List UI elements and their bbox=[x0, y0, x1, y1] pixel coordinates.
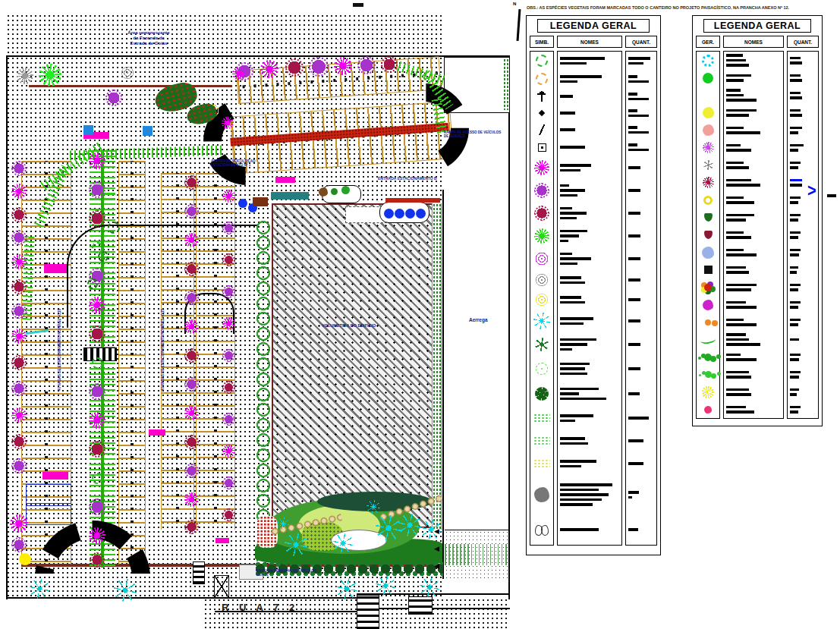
aster-symbol bbox=[703, 160, 713, 170]
service-yard bbox=[445, 530, 508, 579]
fuzzy-symbol bbox=[222, 508, 235, 521]
left-arrow-icon: ◀ bbox=[434, 528, 439, 535]
redacted-text-bar bbox=[628, 343, 640, 346]
redacted-text-bar bbox=[628, 80, 649, 83]
crosswalk-4 bbox=[193, 561, 205, 584]
legend-name-cell bbox=[558, 514, 621, 545]
redacted-text-bar bbox=[628, 149, 649, 152]
blob-symbol bbox=[704, 406, 712, 414]
legend-name-cell bbox=[558, 179, 621, 202]
redacted-text-bar bbox=[726, 406, 746, 409]
redacted-text-bar bbox=[726, 319, 744, 322]
street-line-4 bbox=[363, 608, 510, 609]
legend-name-cell bbox=[558, 290, 621, 310]
marker-bar bbox=[253, 197, 268, 206]
redacted-text-bar bbox=[628, 278, 640, 281]
redacted-text-bar bbox=[560, 528, 599, 531]
disc-symbol bbox=[238, 199, 247, 208]
fuzzy-symbol bbox=[222, 253, 235, 266]
redacted-text-bar bbox=[790, 410, 798, 414]
star-symbol bbox=[222, 117, 234, 129]
redacted-text-bar bbox=[790, 236, 798, 239]
redacted-text-bar bbox=[628, 417, 649, 420]
star-symbol bbox=[11, 184, 27, 199]
legend-name-cell bbox=[724, 296, 783, 313]
redacted-text-bar bbox=[560, 95, 573, 98]
marker-bar bbox=[827, 194, 836, 197]
legend-symbol-cell bbox=[530, 407, 553, 429]
star-symbol bbox=[184, 233, 199, 247]
redacted-text-bar bbox=[726, 354, 741, 357]
cad-viewport: ◀◀◀ Área remanescente da Fazenda da Estr… bbox=[0, 0, 840, 629]
annotation: VOLUMETRIA DO EDIFÍCIO bbox=[322, 323, 398, 329]
marker-bar bbox=[149, 429, 165, 436]
redacted-text-bar bbox=[628, 93, 637, 96]
spiral-symbol bbox=[535, 252, 549, 266]
disc-symbol bbox=[384, 209, 394, 219]
legend-quant-cell bbox=[626, 121, 656, 138]
legend-name-cell bbox=[724, 348, 783, 366]
legend-quant-cell bbox=[626, 202, 656, 225]
crosswalk-3 bbox=[408, 596, 433, 615]
redacted-text-bar bbox=[560, 414, 593, 417]
redacted-text-bar bbox=[560, 348, 572, 351]
legend-quant-cell bbox=[626, 138, 656, 156]
col-header-nomes: NOMES bbox=[557, 36, 622, 48]
redacted-text-bar bbox=[726, 371, 749, 374]
redacted-text-bar bbox=[560, 257, 591, 260]
redacted-text-bar bbox=[560, 207, 572, 210]
legend-symbol-cell bbox=[697, 191, 719, 209]
spiral-symbol bbox=[121, 67, 134, 79]
legend-quant-cell bbox=[788, 331, 818, 348]
legend-quant-cell bbox=[788, 156, 818, 174]
legend-symbol-cell bbox=[530, 156, 553, 179]
col-header-nomes: NOMES bbox=[723, 36, 784, 48]
redacted-text-bar bbox=[726, 197, 744, 200]
redacted-text-bar bbox=[726, 89, 741, 92]
legend-name-cell bbox=[558, 70, 621, 88]
legend-symbol-cell bbox=[697, 261, 719, 278]
redacted-text-bar bbox=[560, 212, 587, 215]
fuzzy-symbol bbox=[89, 210, 105, 227]
legend-quant-cell bbox=[626, 179, 656, 202]
legend-symbol-cell bbox=[530, 514, 553, 545]
redacted-text-bar bbox=[790, 131, 798, 134]
redacted-text-bar bbox=[726, 288, 751, 291]
legend-quant-cell bbox=[626, 452, 656, 475]
cloud-symbol bbox=[92, 473, 103, 484]
annotation: RAMPA DE ACESSO DE VEÍCULOS DE SERVIÇO bbox=[444, 131, 511, 139]
redacted-text-bar bbox=[560, 489, 599, 492]
legend-quant-cell bbox=[626, 357, 656, 381]
redacted-text-bar bbox=[790, 219, 798, 222]
legend-quant-cell bbox=[626, 381, 656, 407]
legend-quant-cell bbox=[788, 401, 818, 418]
dots-symbol bbox=[533, 436, 550, 445]
blob-symbol bbox=[703, 107, 714, 118]
legend-symbol-cell bbox=[697, 226, 719, 244]
redacted-text-bar bbox=[560, 398, 606, 401]
legend-column bbox=[723, 51, 784, 419]
redacted-text-bar bbox=[628, 98, 649, 101]
legend-name-cell bbox=[724, 244, 783, 261]
legend-name-cell bbox=[558, 52, 621, 70]
legend-name-cell bbox=[558, 247, 621, 270]
palm-symbol bbox=[285, 533, 307, 556]
star-symbol bbox=[222, 445, 235, 458]
redacted-text-bar bbox=[790, 61, 802, 64]
col-header-quant: QUANT. bbox=[625, 36, 657, 48]
star-symbol bbox=[184, 406, 199, 420]
legend-name-cell bbox=[558, 381, 621, 407]
legend-symbol-cell bbox=[697, 104, 719, 121]
disc-symbol bbox=[331, 188, 338, 195]
vine-symbol bbox=[705, 371, 712, 378]
cluster-symbol bbox=[704, 284, 712, 291]
redacted-text-bar bbox=[560, 112, 575, 115]
annotation: ENTRADA PRINCIPAL DE VEÍCULOS RUA 72 bbox=[256, 569, 341, 577]
redacted-text-bar bbox=[790, 376, 799, 379]
annotation: Área remanescente da Fazenda da Estrada … bbox=[112, 30, 185, 47]
blob-symbol bbox=[319, 187, 328, 197]
legend-symbol-cell bbox=[697, 86, 719, 104]
dots-symbol bbox=[533, 414, 550, 423]
legend-name-cell bbox=[558, 202, 621, 225]
redacted-text-bar bbox=[790, 249, 801, 252]
